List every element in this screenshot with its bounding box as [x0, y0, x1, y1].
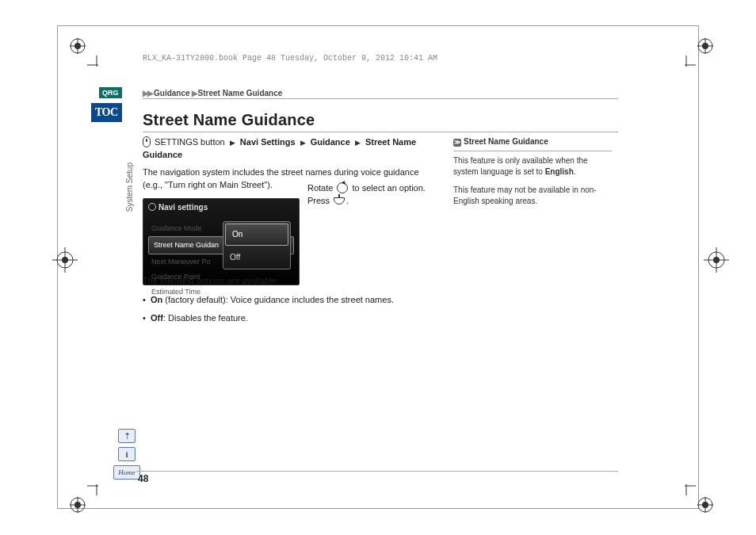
page-number: 48 [138, 473, 148, 484]
option-item: On (factory default): Voice guidance inc… [151, 293, 428, 308]
sidebar-heading: ≫Street Name Guidance [453, 136, 612, 148]
sidebar-p1: This feature is only available when the … [453, 155, 612, 178]
sidebar-p2: This feature may not be available in non… [453, 185, 612, 208]
qrg-badge[interactable]: QRG [99, 87, 122, 98]
option-off: Off [223, 247, 290, 269]
navi-settings-screenshot: Navi settings Guidance Mode Street Name … [143, 198, 300, 285]
note-icon: ≫ [453, 139, 461, 147]
option-popup: On Off [223, 221, 291, 269]
settings-path: SETTINGS button ▶ Navi Settings ▶ Guidan… [143, 136, 428, 162]
section-side-label: System Setup [125, 162, 134, 212]
gear-icon [148, 203, 156, 211]
voice-icon[interactable]: ⇡ [118, 429, 136, 443]
option-item: Off: Disables the feature. [151, 311, 428, 326]
press-icon [334, 197, 345, 204]
rotate-instruction: Rotate to select an option. Press . [307, 182, 434, 208]
toc-badge[interactable]: TOC [91, 103, 122, 122]
breadcrumb: ▶▶Guidance▶Street Name Guidance [143, 89, 282, 97]
svg-point-7 [702, 502, 708, 508]
registration-mark-icon [702, 246, 731, 274]
divider [453, 151, 612, 151]
path-arrow-icon: ▶ [300, 139, 306, 147]
dial-icon [337, 182, 348, 193]
svg-point-2 [698, 39, 712, 53]
running-head: RLX_KA-31TY2800.book Page 48 Tuesday, Oc… [143, 54, 437, 63]
sidebar-note: ≫Street Name Guidance This feature is on… [453, 136, 612, 214]
divider [143, 98, 618, 99]
divider [136, 471, 618, 472]
content-left-column: SETTINGS button ▶ Navi Settings ▶ Guidan… [143, 136, 428, 285]
page-title: Street Name Guidance [143, 111, 315, 129]
info-icon[interactable]: i [118, 447, 136, 461]
breadcrumb-arrow-icon: ▶▶ [143, 89, 152, 97]
left-tabs: QRG TOC [91, 87, 122, 122]
screenshot-header: Navi settings [143, 199, 299, 217]
path-arrow-icon: ▶ [230, 139, 235, 147]
option-on: On [225, 224, 288, 246]
home-icon[interactable]: Home [113, 465, 140, 480]
svg-point-3 [702, 43, 708, 49]
breadcrumb-arrow-icon: ▶ [192, 89, 197, 97]
side-nav-icons: ⇡ i Home [113, 429, 140, 480]
path-arrow-icon: ▶ [355, 139, 361, 147]
divider [143, 132, 618, 132]
registration-mark-icon [51, 246, 79, 274]
svg-point-6 [698, 498, 712, 512]
settings-button-icon [143, 136, 151, 147]
options-block: The following options are available: On … [143, 274, 428, 331]
